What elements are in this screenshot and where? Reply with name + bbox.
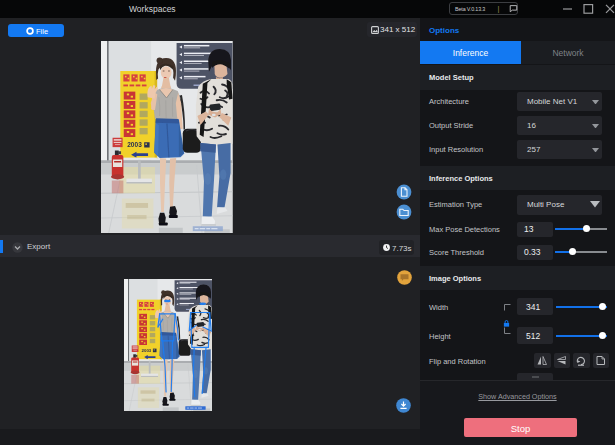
svg-text:2003: 2003 [127, 141, 142, 148]
